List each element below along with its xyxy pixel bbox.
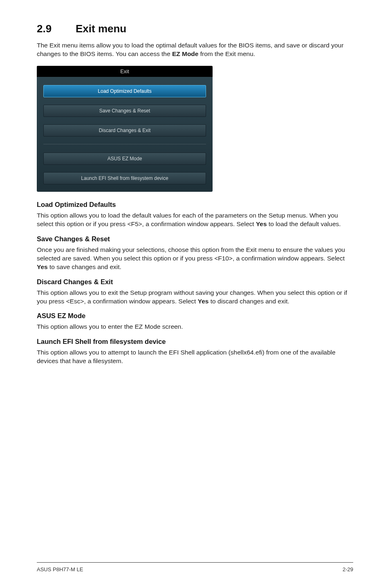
subhead-discard-changes-exit: Discard Changes & Exit xyxy=(37,278,353,286)
body-asus-ez-mode: This option allows you to enter the EZ M… xyxy=(37,322,353,331)
text-bold: Yes xyxy=(256,220,267,227)
intro-text-post: from the Exit menu. xyxy=(198,50,255,57)
text-pre: This option allows you to enter the EZ M… xyxy=(37,323,183,330)
subhead-launch-efi-shell: Launch EFI Shell from filesystem device xyxy=(37,338,353,346)
bios-item-launch-efi-shell[interactable]: Launch EFI Shell from filesystem device xyxy=(43,172,206,184)
subhead-asus-ez-mode: ASUS EZ Mode xyxy=(37,312,353,320)
text-pre: This option allows you to exit the Setup… xyxy=(37,289,347,305)
intro-bold: EZ Mode xyxy=(172,50,199,57)
section-title-text: Exit menu xyxy=(76,22,126,35)
page-footer: ASUS P8H77-M LE 2-29 xyxy=(37,566,353,572)
intro-paragraph: The Exit menu items allow you to load th… xyxy=(37,41,353,58)
bios-panel-header: Exit xyxy=(37,66,213,77)
text-post: to discard changes and exit. xyxy=(208,298,289,305)
section-heading: 2.9Exit menu xyxy=(37,22,353,35)
text-pre: Once you are finished making your select… xyxy=(37,246,345,262)
text-pre: This option allows you to attempt to lau… xyxy=(37,349,336,364)
bios-item-asus-ez-mode[interactable]: ASUS EZ Mode xyxy=(43,153,206,165)
bios-item-discard-changes-exit[interactable]: Discard Changes & Exit xyxy=(43,124,206,137)
bios-divider xyxy=(43,144,206,144)
text-post: to save changes and exit. xyxy=(48,263,121,270)
text-bold: Yes xyxy=(37,263,48,270)
body-save-changes-reset: Once you are finished making your select… xyxy=(37,245,353,272)
subhead-save-changes-reset: Save Changes & Reset xyxy=(37,235,353,243)
text-post: to load the default values. xyxy=(267,220,341,227)
bios-panel-body: Load Optimized Defaults Save Changes & R… xyxy=(37,77,213,184)
body-load-optimized-defaults: This option allows you to load the defau… xyxy=(37,211,353,229)
bios-item-save-changes-reset[interactable]: Save Changes & Reset xyxy=(43,105,206,117)
subhead-load-optimized-defaults: Load Optimized Defaults xyxy=(37,201,353,209)
body-discard-changes-exit: This option allows you to exit the Setup… xyxy=(37,288,353,306)
footer-left: ASUS P8H77-M LE xyxy=(37,566,83,572)
bios-item-load-optimized-defaults[interactable]: Load Optimized Defaults xyxy=(43,85,206,97)
text-bold: Yes xyxy=(198,298,209,305)
bios-exit-panel: Exit Load Optimized Defaults Save Change… xyxy=(37,66,213,192)
section-number: 2.9 xyxy=(37,22,76,35)
body-launch-efi-shell: This option allows you to attempt to lau… xyxy=(37,348,353,366)
footer-right: 2-29 xyxy=(343,566,353,572)
footer-rule xyxy=(37,562,353,563)
